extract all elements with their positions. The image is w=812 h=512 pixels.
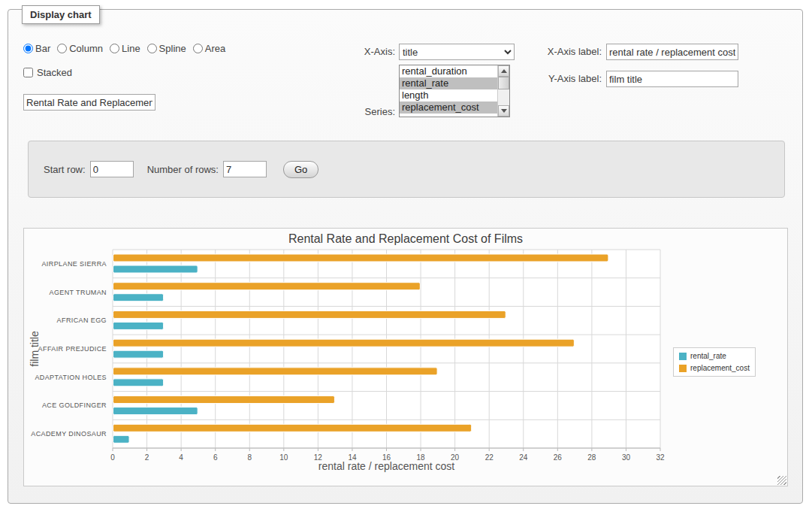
chart-type-group: BarColumnLineSplineArea — [23, 43, 225, 54]
display-chart-fieldset: Display chart BarColumnLineSplineArea St… — [8, 9, 803, 504]
bar-replacement_cost — [113, 254, 608, 262]
series-select-label: Series: — [294, 106, 395, 117]
chart-type-label: Bar — [35, 43, 50, 54]
category-label: ACE GOLDFINGER — [42, 401, 107, 409]
chart-type-radio-area[interactable] — [193, 44, 203, 53]
number-of-rows-input[interactable] — [223, 161, 267, 177]
chart-type-radio-column[interactable] — [57, 44, 67, 53]
chart-legend: rental_ratereplacement_cost — [673, 347, 756, 377]
x-axis-title: rental rate / replacement cost — [113, 460, 660, 472]
chart-type-spline[interactable]: Spline — [147, 43, 186, 54]
bar-rental_rate — [113, 379, 164, 386]
scroll-down-button[interactable] — [498, 105, 509, 117]
display-chart-legend: Display chart — [22, 5, 100, 24]
chart-type-column[interactable]: Column — [57, 43, 103, 54]
category-label: ACADEMY DINOSAUR — [31, 430, 107, 438]
category-label: AFRICAN EGG — [57, 317, 107, 324]
bar-rental_rate — [113, 350, 164, 358]
chart-type-radio-spline[interactable] — [147, 44, 157, 53]
legend-swatch — [679, 353, 687, 360]
chart-type-label: Area — [205, 43, 225, 54]
category-label: AIRPLANE SIERRA — [41, 260, 107, 268]
y-axis-label-input[interactable] — [606, 71, 738, 87]
start-row-label: Start row: — [44, 164, 86, 175]
chart-type-label: Line — [122, 43, 140, 54]
chart-type-area[interactable]: Area — [193, 43, 225, 54]
bar-rental_rate — [113, 322, 164, 329]
y-axis-label-label: Y-Axis label: — [459, 73, 602, 84]
bar-rental_rate — [113, 265, 198, 273]
stacked-label: Stacked — [37, 67, 72, 78]
x-axis-label-input[interactable] — [606, 44, 738, 60]
bar-replacement_cost — [113, 424, 472, 432]
series-option-replacement_cost[interactable]: replacement_cost — [400, 101, 497, 114]
page: Display chart BarColumnLineSplineArea St… — [0, 0, 812, 512]
legend-item-rental_rate: rental_rate — [679, 352, 750, 360]
legend-item-replacement_cost: replacement_cost — [679, 364, 750, 372]
chart-title-input[interactable] — [23, 94, 155, 111]
resize-handle-icon[interactable] — [777, 476, 786, 485]
stacked-checkbox[interactable] — [23, 68, 33, 77]
chart-type-bar[interactable]: Bar — [23, 43, 50, 54]
start-row-input[interactable] — [90, 161, 134, 177]
x-axis-label-label: X-Axis label: — [459, 46, 602, 57]
bar-replacement_cost — [113, 368, 438, 375]
chart-type-label: Spline — [159, 43, 186, 54]
chart-type-radio-bar[interactable] — [23, 44, 33, 53]
x-axis-select-label: X-Axis: — [294, 46, 395, 57]
series-option-length[interactable]: length — [400, 89, 497, 101]
legend-label: replacement_cost — [690, 364, 750, 372]
chart-type-line[interactable]: Line — [110, 43, 140, 54]
bar-replacement_cost — [113, 339, 575, 347]
legend-swatch — [679, 365, 687, 372]
rows-panel: Start row: Number of rows: Go — [28, 141, 785, 198]
stacked-checkbox-row[interactable]: Stacked — [23, 67, 72, 78]
number-of-rows-label: Number of rows: — [147, 164, 219, 175]
category-label: AFFAIR PREJUDICE — [38, 345, 107, 353]
legend-label: rental_rate — [690, 352, 726, 360]
bar-replacement_cost — [113, 311, 506, 318]
y-axis-title: film title — [29, 331, 41, 366]
bar-rental_rate — [113, 407, 198, 415]
category-label: AGENT TRUMAN — [50, 289, 107, 296]
bar-rental_rate — [113, 435, 130, 443]
chart-type-radio-line[interactable] — [110, 44, 119, 53]
chart-type-label: Column — [69, 43, 103, 54]
bar-replacement_cost — [113, 283, 421, 290]
go-button[interactable]: Go — [283, 161, 318, 178]
arrow-down-icon — [501, 109, 507, 113]
chart-panel: Rental Rate and Replacement Cost of Film… — [23, 228, 788, 486]
bar-replacement_cost — [113, 396, 335, 404]
bar-rental_rate — [113, 294, 164, 301]
category-label: ADAPTATION HOLES — [35, 374, 107, 381]
